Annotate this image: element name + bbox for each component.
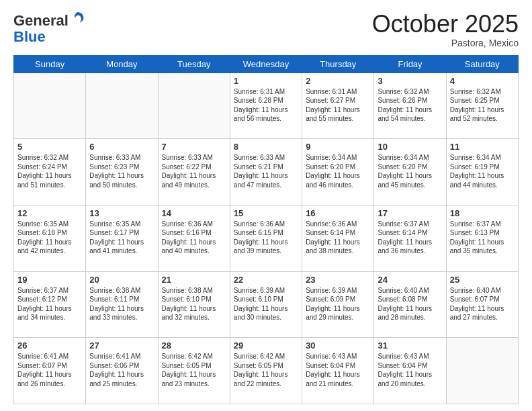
day-number: 13: [89, 208, 154, 218]
day-number: 6: [89, 142, 154, 152]
day-cell-23: 23Sunrise: 6:39 AMSunset: 6:09 PMDayligh…: [302, 271, 374, 338]
empty-cell: [158, 73, 230, 139]
day-info: Sunrise: 6:40 AMSunset: 6:07 PMDaylight:…: [450, 286, 515, 322]
empty-cell: [86, 73, 158, 139]
day-number: 16: [306, 208, 370, 218]
day-number: 4: [450, 76, 515, 86]
day-cell-7: 7Sunrise: 6:33 AMSunset: 6:22 PMDaylight…: [158, 139, 230, 205]
day-cell-26: 26Sunrise: 6:41 AMSunset: 6:07 PMDayligh…: [14, 338, 86, 404]
day-number: 22: [234, 275, 298, 285]
day-cell-20: 20Sunrise: 6:38 AMSunset: 6:11 PMDayligh…: [86, 271, 158, 338]
day-cell-27: 27Sunrise: 6:41 AMSunset: 6:06 PMDayligh…: [86, 338, 158, 404]
day-info: Sunrise: 6:33 AMSunset: 6:22 PMDaylight:…: [162, 153, 226, 189]
day-number: 12: [17, 208, 82, 218]
day-cell-3: 3Sunrise: 6:32 AMSunset: 6:26 PMDaylight…: [374, 73, 446, 139]
logo-bird-icon: [70, 11, 85, 26]
day-cell-9: 9Sunrise: 6:34 AMSunset: 6:20 PMDaylight…: [302, 139, 374, 205]
day-info: Sunrise: 6:31 AMSunset: 6:28 PMDaylight:…: [234, 87, 298, 124]
day-number: 7: [162, 142, 226, 152]
day-number: 24: [378, 275, 442, 285]
day-info: Sunrise: 6:33 AMSunset: 6:23 PMDaylight:…: [89, 153, 154, 189]
day-cell-31: 31Sunrise: 6:43 AMSunset: 6:04 PMDayligh…: [374, 338, 446, 404]
title-block: October 2025 Pastora, Mexico: [372, 11, 519, 48]
week-row-3: 19Sunrise: 6:37 AMSunset: 6:12 PMDayligh…: [14, 271, 519, 338]
day-info: Sunrise: 6:37 AMSunset: 6:14 PMDaylight:…: [378, 220, 442, 256]
day-cell-16: 16Sunrise: 6:36 AMSunset: 6:14 PMDayligh…: [302, 205, 374, 271]
day-number: 20: [89, 275, 154, 285]
day-number: 8: [234, 142, 298, 152]
day-info: Sunrise: 6:43 AMSunset: 6:04 PMDaylight:…: [306, 352, 370, 388]
logo-blue-text: Blue: [13, 29, 85, 45]
day-number: 27: [89, 340, 154, 351]
day-cell-25: 25Sunrise: 6:40 AMSunset: 6:07 PMDayligh…: [446, 271, 518, 338]
day-number: 3: [378, 76, 442, 86]
day-cell-10: 10Sunrise: 6:34 AMSunset: 6:20 PMDayligh…: [374, 139, 446, 205]
empty-cell: [446, 338, 518, 404]
weekday-sunday: Sunday: [14, 55, 86, 73]
day-info: Sunrise: 6:43 AMSunset: 6:04 PMDaylight:…: [378, 352, 442, 388]
day-cell-1: 1Sunrise: 6:31 AMSunset: 6:28 PMDaylight…: [230, 73, 302, 139]
day-info: Sunrise: 6:38 AMSunset: 6:11 PMDaylight:…: [89, 286, 154, 322]
day-info: Sunrise: 6:42 AMSunset: 6:05 PMDaylight:…: [234, 352, 298, 388]
day-number: 9: [306, 142, 370, 152]
day-cell-2: 2Sunrise: 6:31 AMSunset: 6:27 PMDaylight…: [302, 73, 374, 139]
day-info: Sunrise: 6:36 AMSunset: 6:15 PMDaylight:…: [234, 220, 298, 256]
day-info: Sunrise: 6:38 AMSunset: 6:10 PMDaylight:…: [162, 286, 226, 322]
day-info: Sunrise: 6:34 AMSunset: 6:19 PMDaylight:…: [450, 153, 515, 189]
logo-text: General: [13, 11, 85, 29]
day-info: Sunrise: 6:41 AMSunset: 6:07 PMDaylight:…: [17, 352, 82, 388]
day-number: 2: [306, 76, 370, 86]
day-number: 26: [17, 340, 82, 351]
day-cell-22: 22Sunrise: 6:39 AMSunset: 6:10 PMDayligh…: [230, 271, 302, 338]
day-cell-11: 11Sunrise: 6:34 AMSunset: 6:19 PMDayligh…: [446, 139, 518, 205]
day-number: 25: [450, 275, 515, 285]
day-cell-4: 4Sunrise: 6:32 AMSunset: 6:25 PMDaylight…: [446, 73, 518, 139]
day-cell-5: 5Sunrise: 6:32 AMSunset: 6:24 PMDaylight…: [14, 139, 86, 205]
day-info: Sunrise: 6:42 AMSunset: 6:05 PMDaylight:…: [162, 352, 226, 388]
day-cell-13: 13Sunrise: 6:35 AMSunset: 6:17 PMDayligh…: [86, 205, 158, 271]
day-info: Sunrise: 6:33 AMSunset: 6:21 PMDaylight:…: [234, 153, 298, 189]
weekday-monday: Monday: [86, 55, 158, 73]
week-row-2: 12Sunrise: 6:35 AMSunset: 6:18 PMDayligh…: [14, 205, 519, 271]
logo-blue: Blue: [13, 28, 46, 45]
day-cell-30: 30Sunrise: 6:43 AMSunset: 6:04 PMDayligh…: [302, 338, 374, 404]
location: Pastora, Mexico: [372, 38, 519, 48]
day-info: Sunrise: 6:34 AMSunset: 6:20 PMDaylight:…: [306, 153, 370, 189]
calendar-table: SundayMondayTuesdayWednesdayThursdayFrid…: [13, 55, 519, 404]
day-info: Sunrise: 6:41 AMSunset: 6:06 PMDaylight:…: [89, 352, 154, 388]
weekday-thursday: Thursday: [302, 55, 374, 73]
weekday-wednesday: Wednesday: [230, 55, 302, 73]
day-cell-15: 15Sunrise: 6:36 AMSunset: 6:15 PMDayligh…: [230, 205, 302, 271]
logo: General Blue: [13, 11, 85, 45]
day-number: 17: [378, 208, 442, 218]
day-info: Sunrise: 6:32 AMSunset: 6:25 PMDaylight:…: [450, 87, 515, 124]
day-number: 1: [234, 76, 298, 86]
day-number: 31: [378, 340, 442, 351]
day-number: 11: [450, 142, 515, 152]
day-info: Sunrise: 6:37 AMSunset: 6:12 PMDaylight:…: [17, 286, 82, 322]
day-number: 23: [306, 275, 370, 285]
header: General Blue October 2025 Pastora, Mexic…: [13, 11, 519, 48]
weekday-tuesday: Tuesday: [158, 55, 230, 73]
day-number: 29: [234, 340, 298, 351]
day-number: 10: [378, 142, 442, 152]
day-info: Sunrise: 6:35 AMSunset: 6:18 PMDaylight:…: [17, 220, 82, 256]
day-info: Sunrise: 6:31 AMSunset: 6:27 PMDaylight:…: [306, 87, 370, 124]
week-row-4: 26Sunrise: 6:41 AMSunset: 6:07 PMDayligh…: [14, 338, 519, 404]
day-cell-19: 19Sunrise: 6:37 AMSunset: 6:12 PMDayligh…: [14, 271, 86, 338]
day-number: 21: [162, 275, 226, 285]
weekday-saturday: Saturday: [446, 55, 518, 73]
day-cell-29: 29Sunrise: 6:42 AMSunset: 6:05 PMDayligh…: [230, 338, 302, 404]
day-cell-8: 8Sunrise: 6:33 AMSunset: 6:21 PMDaylight…: [230, 139, 302, 205]
day-info: Sunrise: 6:40 AMSunset: 6:08 PMDaylight:…: [378, 286, 442, 322]
day-info: Sunrise: 6:37 AMSunset: 6:13 PMDaylight:…: [450, 220, 515, 256]
day-number: 18: [450, 208, 515, 218]
day-cell-6: 6Sunrise: 6:33 AMSunset: 6:23 PMDaylight…: [86, 139, 158, 205]
day-cell-28: 28Sunrise: 6:42 AMSunset: 6:05 PMDayligh…: [158, 338, 230, 404]
day-cell-24: 24Sunrise: 6:40 AMSunset: 6:08 PMDayligh…: [374, 271, 446, 338]
day-cell-14: 14Sunrise: 6:36 AMSunset: 6:16 PMDayligh…: [158, 205, 230, 271]
day-info: Sunrise: 6:36 AMSunset: 6:14 PMDaylight:…: [306, 220, 370, 256]
day-info: Sunrise: 6:32 AMSunset: 6:26 PMDaylight:…: [378, 87, 442, 124]
day-info: Sunrise: 6:35 AMSunset: 6:17 PMDaylight:…: [89, 220, 154, 256]
day-number: 14: [162, 208, 226, 218]
